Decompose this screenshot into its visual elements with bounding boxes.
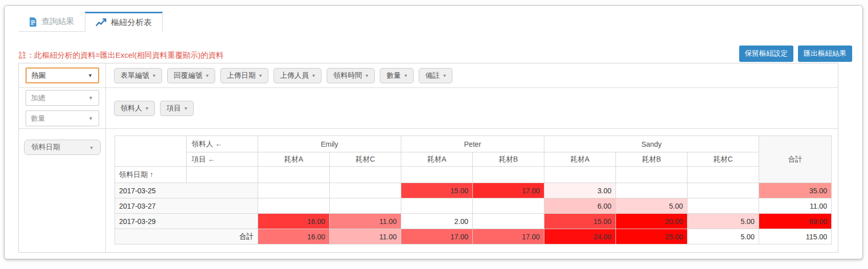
header-spacer-cell bbox=[544, 167, 616, 183]
tab-label: 查詢結果 bbox=[41, 16, 74, 27]
column-total-cell: 5.00 bbox=[688, 229, 759, 244]
field-pill-reply-no[interactable]: 回覆編號 ▾ bbox=[167, 68, 215, 83]
caret-down-icon: ▾ bbox=[146, 105, 148, 111]
pivot-cell: 20.00 bbox=[616, 214, 688, 229]
field-pill-pickup-time[interactable]: 領料時間 ▾ bbox=[327, 68, 375, 83]
renderer-value: 熱圖 bbox=[32, 71, 46, 80]
column-total-cell: 16.00 bbox=[258, 229, 330, 244]
caret-down-icon: ▾ bbox=[404, 73, 407, 78]
item-header: 耗材C bbox=[688, 152, 759, 167]
renderer-cell: 熱圖 ▼ bbox=[19, 63, 106, 88]
pivot-cell: 5.00 bbox=[688, 214, 759, 229]
column-fields-area: 領料人 ▾ 項目 ▾ bbox=[106, 88, 838, 129]
col-axis-label-2: 項目 ← bbox=[187, 152, 258, 167]
field-pill-upload-person[interactable]: 上傳人員 ▾ bbox=[273, 68, 322, 83]
field-pill-form-no[interactable]: 表單編號 ▾ bbox=[114, 68, 162, 83]
pivot-cell bbox=[688, 183, 759, 198]
tab-query-results[interactable]: 查詢結果 bbox=[18, 12, 85, 32]
header-spacer-cell bbox=[688, 167, 759, 183]
row-label: 2017-03-25 bbox=[115, 183, 258, 198]
pivot-cell bbox=[688, 198, 759, 214]
pivot-cell: 16.00 bbox=[258, 214, 330, 229]
pivot-cell: 6.00 bbox=[544, 198, 616, 214]
pivot-table: 領料人 ← Emily Peter Sandy 合計 項目 ← 耗材A 耗材C … bbox=[115, 136, 832, 244]
totals-column-header: 合計 bbox=[759, 136, 832, 183]
caret-down-icon: ▾ bbox=[153, 73, 155, 78]
value-select[interactable]: 數量 ▼ bbox=[26, 110, 99, 126]
document-icon bbox=[29, 17, 37, 27]
toolbar-buttons: 保留樞紐設定 匯出樞紐結果 bbox=[739, 46, 852, 62]
field-pill-picker-person[interactable]: 領料人 ▾ bbox=[114, 101, 155, 116]
pivot-cell bbox=[616, 183, 688, 198]
pivot-cell: 5.00 bbox=[616, 198, 688, 214]
col-group-peter: Peter bbox=[401, 136, 544, 152]
pivot-cell bbox=[473, 214, 544, 229]
tab-label: 樞紐分析表 bbox=[111, 17, 152, 28]
unused-fields-area: 表單編號 ▾ 回覆編號 ▾ 上傳日期 ▾ 上傳人員 ▾ 領料時間 ▾ 數量 ▾ bbox=[106, 63, 838, 88]
item-header: 耗材C bbox=[330, 152, 401, 167]
pivot-cell bbox=[258, 198, 330, 214]
pivot-cell bbox=[330, 183, 401, 198]
note-text: 註：此樞紐分析的資料=匯出Excel(相同資料重覆顯示)的資料 bbox=[19, 51, 223, 60]
pivot-cell bbox=[401, 198, 473, 214]
header-spacer-cell bbox=[473, 167, 544, 183]
item-header: 耗材B bbox=[473, 152, 544, 167]
pivot-ui: 熱圖 ▼ 表單編號 ▾ 回覆編號 ▾ 上傳日期 ▾ 上傳人員 ▾ 領料時間 bbox=[18, 63, 838, 253]
corner-cell bbox=[115, 136, 187, 167]
grand-total-cell: 115.00 bbox=[759, 229, 832, 244]
item-header: 耗材A bbox=[258, 152, 330, 167]
item-header: 耗材A bbox=[544, 152, 616, 167]
header-spacer-cell bbox=[330, 167, 401, 183]
field-pill-upload-date[interactable]: 上傳日期 ▾ bbox=[220, 68, 268, 83]
caret-down-icon: ▾ bbox=[206, 73, 209, 78]
header-spacer-cell bbox=[401, 167, 473, 183]
pivot-cell: 15.00 bbox=[544, 214, 616, 229]
renderer-select[interactable]: 熱圖 ▼ bbox=[26, 68, 99, 83]
pivot-cell: 15.00 bbox=[401, 183, 473, 198]
caret-down-icon: ▾ bbox=[185, 105, 187, 111]
item-header: 耗材B bbox=[616, 152, 688, 167]
field-pill-quantity[interactable]: 數量 ▾ bbox=[380, 68, 414, 83]
pivot-cell: 3.00 bbox=[544, 183, 616, 198]
pivot-cell: 2.00 bbox=[401, 214, 473, 229]
export-pivot-results-button[interactable]: 匯出樞紐結果 bbox=[798, 46, 852, 62]
col-group-sandy: Sandy bbox=[544, 136, 759, 152]
header-spacer-cell bbox=[258, 167, 330, 183]
column-total-cell: 24.00 bbox=[544, 229, 616, 244]
field-pill-remark[interactable]: 備註 ▾ bbox=[419, 68, 452, 83]
chevron-down-icon: ▼ bbox=[88, 73, 93, 78]
row-label: 2017-03-29 bbox=[115, 214, 258, 229]
aggregator-cell: 加總 ▼ 數量 ▼ bbox=[19, 88, 106, 129]
aggregator-select[interactable]: 加總 ▼ bbox=[26, 90, 99, 106]
header-spacer-cell bbox=[616, 167, 688, 183]
pivot-cell bbox=[330, 198, 401, 214]
row-fields-area: 領料日期 ▾ bbox=[19, 129, 106, 252]
caret-down-icon: ▾ bbox=[259, 73, 262, 78]
line-chart-icon bbox=[96, 18, 106, 27]
chevron-down-icon: ▼ bbox=[88, 116, 94, 121]
col-group-emily: Emily bbox=[258, 136, 401, 152]
caret-down-icon: ▾ bbox=[312, 73, 315, 78]
pivot-table-area: 領料人 ← Emily Peter Sandy 合計 項目 ← 耗材A 耗材C … bbox=[106, 129, 838, 252]
col-axis-label: 領料人 ← bbox=[187, 136, 258, 152]
row-total-cell: 69.00 bbox=[759, 214, 832, 229]
column-total-cell: 17.00 bbox=[473, 229, 544, 244]
column-total-cell: 11.00 bbox=[330, 229, 401, 244]
caret-down-icon: ▾ bbox=[366, 73, 368, 78]
pivot-cell: 17.00 bbox=[473, 183, 544, 198]
field-pill-pickup-date[interactable]: 領料日期 ▾ bbox=[24, 140, 101, 155]
tab-pivot-analysis[interactable]: 樞紐分析表 bbox=[85, 12, 163, 32]
caret-down-icon: ▾ bbox=[90, 145, 93, 150]
pivot-cell bbox=[258, 183, 330, 198]
field-pill-item[interactable]: 項目 ▾ bbox=[160, 101, 194, 116]
row-total-cell: 11.00 bbox=[759, 198, 832, 214]
pivot-cell bbox=[473, 198, 544, 214]
row-label: 2017-03-27 bbox=[115, 198, 258, 214]
header-spacer-cell bbox=[187, 167, 258, 183]
row-axis-label: 領料日期 ↑ bbox=[115, 167, 187, 183]
caret-down-icon: ▾ bbox=[443, 73, 446, 78]
tab-bar: 查詢結果 樞紐分析表 bbox=[18, 12, 163, 32]
pivot-cell: 11.00 bbox=[330, 214, 401, 229]
row-total-cell: 35.00 bbox=[759, 183, 832, 198]
keep-pivot-settings-button[interactable]: 保留樞紐設定 bbox=[739, 46, 793, 62]
